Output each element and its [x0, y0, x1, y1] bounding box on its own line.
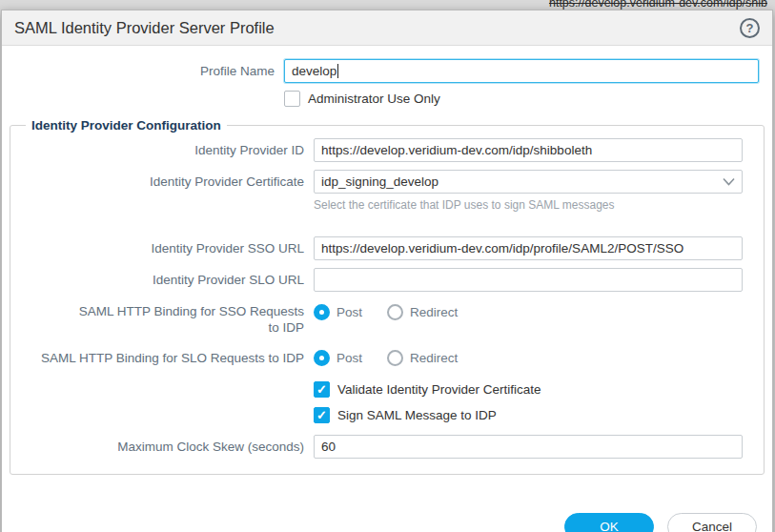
radio-icon	[314, 350, 330, 366]
screen: https://develop.veridium-dev.com/idp/shi…	[0, 0, 775, 532]
slo-binding-radio-group: Post Redirect	[314, 349, 743, 366]
saml-idp-profile-dialog: SAML Identity Provider Server Profile ? …	[1, 10, 773, 532]
clock-skew-row: Maximum Clock Skew (seconds) 60	[31, 435, 743, 459]
profile-name-value: develop	[292, 64, 337, 78]
radio-icon	[387, 304, 403, 320]
profile-name-label: Profile Name	[15, 63, 284, 79]
background-url-text: https://develop.veridium-dev.com/idp/shi…	[549, 0, 767, 10]
slo-url-row: Identity Provider SLO URL	[31, 268, 743, 292]
admin-only-label: Administrator Use Only	[308, 92, 440, 106]
chevron-down-icon	[723, 174, 735, 189]
clock-skew-value: 60	[321, 440, 336, 454]
clock-skew-input[interactable]: 60	[314, 435, 743, 459]
ok-button[interactable]: OK	[564, 513, 654, 532]
idp-configuration-group: Identity Provider Configuration Identity…	[10, 118, 765, 475]
profile-name-row: Profile Name develop	[15, 59, 759, 83]
dialog-footer: OK Cancel	[2, 488, 772, 532]
validate-cert-checkbox[interactable]	[314, 381, 330, 398]
idp-certificate-value: idp_signing_develop	[321, 174, 438, 189]
idp-id-label: Identity Provider ID	[31, 142, 314, 158]
idp-id-value: https://develop.veridium-dev.com/idp/shi…	[321, 143, 592, 157]
slo-url-label: Identity Provider SLO URL	[31, 272, 314, 288]
sso-url-input[interactable]: https://develop.veridium-dev.com/idp/pro…	[314, 236, 743, 260]
sso-binding-radio-group: Post Redirect	[314, 303, 743, 320]
text-cursor	[337, 64, 338, 78]
idp-certificate-label: Identity Provider Certificate	[31, 174, 314, 190]
idp-certificate-row: Identity Provider Certificate idp_signin…	[31, 170, 743, 194]
dialog-title: SAML Identity Provider Server Profile	[14, 19, 275, 37]
admin-only-row: Administrator Use Only	[15, 91, 759, 107]
sso-binding-option-redirect[interactable]: Redirect	[387, 304, 458, 320]
help-icon[interactable]: ?	[740, 18, 760, 38]
sso-binding-option-post[interactable]: Post	[314, 304, 362, 320]
idp-certificate-dropdown[interactable]: idp_signing_develop	[314, 170, 743, 194]
sso-binding-row: SAML HTTP Binding for SSO Requests to ID…	[31, 303, 743, 336]
sso-url-value: https://develop.veridium-dev.com/idp/pro…	[321, 241, 683, 256]
slo-url-input[interactable]	[314, 268, 743, 292]
slo-binding-row: SAML HTTP Binding for SLO Requests to ID…	[31, 349, 743, 366]
sso-url-label: Identity Provider SSO URL	[31, 240, 314, 256]
sign-saml-label: Sign SAML Message to IDP	[337, 408, 497, 422]
slo-binding-label: SAML HTTP Binding for SLO Requests to ID…	[31, 350, 314, 366]
idp-id-input[interactable]: https://develop.veridium-dev.com/idp/shi…	[314, 138, 743, 162]
dialog-header: SAML Identity Provider Server Profile ?	[2, 10, 772, 46]
sign-saml-row: Sign SAML Message to IDP	[31, 407, 743, 423]
sso-url-row: Identity Provider SSO URL https://develo…	[31, 236, 743, 260]
sso-binding-label: SAML HTTP Binding for SSO Requests to ID…	[31, 303, 314, 336]
sign-saml-checkbox[interactable]	[314, 407, 330, 423]
idp-configuration-legend: Identity Provider Configuration	[26, 118, 227, 133]
slo-binding-option-post[interactable]: Post	[314, 350, 362, 366]
radio-icon	[314, 304, 330, 320]
clock-skew-label: Maximum Clock Skew (seconds)	[31, 439, 314, 455]
validate-cert-row: Validate Identity Provider Certificate	[31, 381, 743, 398]
admin-only-checkbox[interactable]	[284, 91, 300, 107]
profile-name-input[interactable]: develop	[284, 59, 759, 83]
idp-certificate-help-text: Select the certificate that IDP uses to …	[314, 198, 729, 212]
dialog-body: Profile Name develop Administrator Use O…	[2, 46, 772, 532]
radio-icon	[387, 350, 403, 366]
slo-binding-option-redirect[interactable]: Redirect	[387, 350, 458, 366]
cancel-button[interactable]: Cancel	[667, 513, 757, 532]
validate-cert-label: Validate Identity Provider Certificate	[337, 382, 541, 397]
idp-id-row: Identity Provider ID https://develop.ver…	[31, 138, 743, 162]
